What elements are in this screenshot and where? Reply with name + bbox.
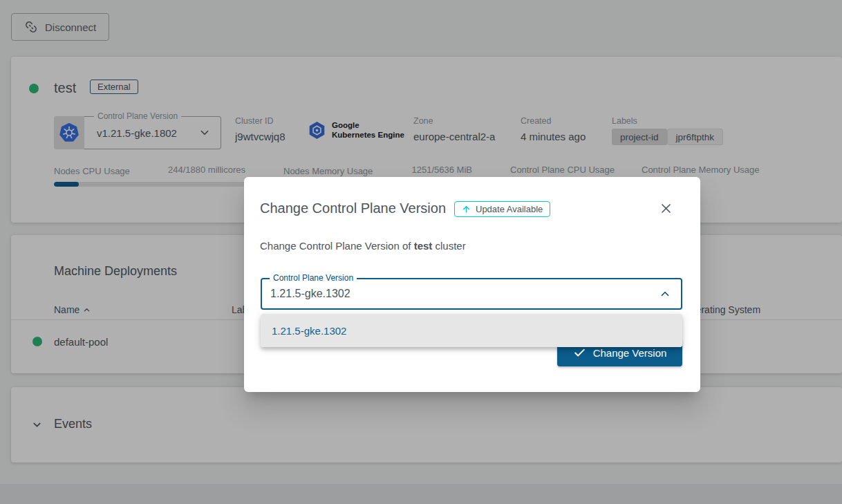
- update-badge-label: Update Available: [476, 204, 543, 214]
- change-version-dialog: Change Control Plane Version Update Avai…: [244, 177, 700, 392]
- chevron-up-icon[interactable]: [659, 288, 671, 300]
- version-input[interactable]: [270, 288, 659, 300]
- change-version-label: Change Version: [593, 347, 667, 359]
- check-icon: [573, 346, 586, 360]
- dialog-cluster-name: test: [414, 240, 433, 252]
- version-option[interactable]: 1.21.5-gke.1302: [261, 314, 682, 347]
- version-dropdown-panel: 1.21.5-gke.1302: [261, 314, 682, 347]
- dialog-description: Change Control Plane Version of test clu…: [260, 240, 466, 252]
- version-input-field[interactable]: Control Plane Version: [261, 278, 682, 310]
- app-screen: Disconnect test External: [0, 0, 842, 504]
- update-available-badge: Update Available: [454, 201, 550, 217]
- close-icon: [659, 207, 673, 217]
- arrow-up-icon: [462, 205, 471, 214]
- version-input-label: Control Plane Version: [270, 273, 357, 283]
- dialog-title: Change Control Plane Version: [260, 200, 446, 216]
- close-dialog-button[interactable]: [659, 202, 673, 215]
